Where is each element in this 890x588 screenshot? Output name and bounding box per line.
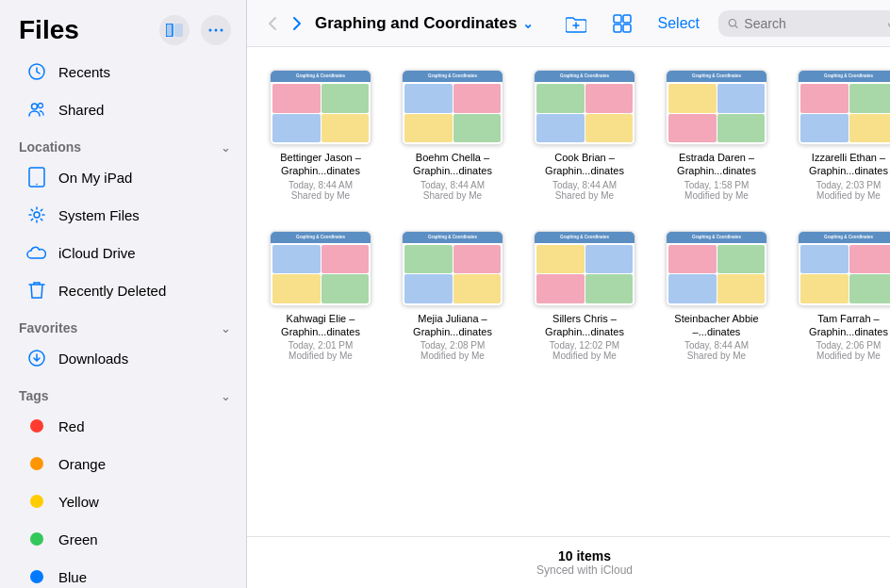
forward-button[interactable] xyxy=(287,12,307,35)
svg-rect-13 xyxy=(614,15,621,23)
sidebar-item-tag-blue[interactable]: Blue xyxy=(8,559,239,588)
file-shared-status: Modified by Me xyxy=(816,351,881,361)
file-item[interactable]: Graphing & Coordinates Bettinger Jason –… xyxy=(262,62,379,208)
file-item[interactable]: Graphing & Coordinates Estrada Daren – G… xyxy=(658,62,775,208)
chevron-left-icon xyxy=(268,16,277,31)
file-item[interactable]: Graphing & Coordinates Tam Farrah – Grap… xyxy=(790,223,890,369)
sidebar-panels-button[interactable] xyxy=(159,15,190,45)
sidebar-item-recents[interactable]: Recents xyxy=(8,54,239,90)
tags-section-title: Tags xyxy=(19,388,49,403)
sidebar-item-icloud-label: iCloud Drive xyxy=(58,245,136,261)
file-shared-status: Modified by Me xyxy=(816,190,881,201)
tag-yellow-label: Yellow xyxy=(58,494,99,510)
select-button[interactable]: Select xyxy=(651,11,707,36)
favorites-section-title: Favorites xyxy=(19,320,77,335)
file-name: Sillers Chris – Graphin...dinates xyxy=(534,312,635,339)
sidebar-item-on-my-ipad[interactable]: On My iPad xyxy=(8,159,239,195)
sidebar-item-system-files-label: System Files xyxy=(58,207,140,223)
tag-green-label: Green xyxy=(58,531,98,547)
sidebar-item-tag-yellow[interactable]: Yellow xyxy=(8,483,239,519)
grid-view-button[interactable] xyxy=(605,10,639,37)
file-date: Today, 12:02 PM xyxy=(550,340,619,351)
file-name: Kahwagi Elie – Graphin...dinates xyxy=(270,312,371,339)
sidebar-item-tag-green[interactable]: Green xyxy=(8,521,239,557)
sidebar-item-downloads[interactable]: Downloads xyxy=(8,340,239,376)
sidebar-item-icloud-drive[interactable]: iCloud Drive xyxy=(8,235,239,270)
file-shared-status: Shared by Me xyxy=(687,351,746,361)
file-date: Today, 8:44 AM xyxy=(552,180,617,190)
sidebar-header-icons xyxy=(159,15,231,45)
file-thumbnail: Graphing & Coordinates xyxy=(270,70,371,145)
file-item[interactable]: Graphing & Coordinates Sillers Chris – G… xyxy=(526,223,643,369)
file-item[interactable]: Graphing & Coordinates Mejia Juliana – G… xyxy=(394,223,511,369)
file-thumbnail: Graphing & Coordinates xyxy=(534,70,635,145)
sidebar-item-shared[interactable]: Shared xyxy=(8,91,239,127)
file-name: Tam Farrah – Graphin...dinates xyxy=(798,312,890,339)
back-button[interactable] xyxy=(262,12,283,35)
sidebar-more-button[interactable] xyxy=(201,15,231,45)
file-thumbnail: Graphing & Coordinates xyxy=(798,231,890,306)
sidebar-item-recents-label: Recents xyxy=(58,64,110,80)
svg-point-8 xyxy=(39,104,43,108)
file-name: Izzarelli Ethan – Graphin...dinates xyxy=(798,151,890,178)
sidebar-header: Files xyxy=(0,0,246,53)
svg-rect-15 xyxy=(614,24,621,32)
svg-point-11 xyxy=(34,212,40,218)
file-thumbnail: Graphing & Coordinates xyxy=(534,231,635,306)
tags-section-header[interactable]: Tags ⌄ xyxy=(0,377,246,407)
svg-rect-1 xyxy=(174,24,183,37)
file-date: Today, 8:44 AM xyxy=(420,180,485,190)
tag-red-label: Red xyxy=(58,418,85,434)
tag-blue-label: Blue xyxy=(58,569,87,585)
sidebar-item-tag-red[interactable]: Red xyxy=(8,408,239,444)
green-tag-dot xyxy=(26,529,47,549)
sidebar-item-system-files[interactable]: System Files xyxy=(8,197,239,233)
chevron-right-icon xyxy=(292,16,302,31)
person2-icon xyxy=(26,99,47,120)
file-shared-status: Shared by Me xyxy=(291,190,350,201)
svg-rect-14 xyxy=(623,15,631,23)
file-name: Mejia Juliana – Graphin...dinates xyxy=(402,312,503,339)
file-shared-status: Shared by Me xyxy=(423,190,482,201)
search-input[interactable] xyxy=(744,16,881,31)
red-tag-dot xyxy=(26,416,47,436)
search-box xyxy=(718,10,890,37)
sidebar-title: Files xyxy=(19,15,79,45)
svg-point-4 xyxy=(215,29,218,32)
file-thumbnail: Graphing & Coordinates xyxy=(798,70,890,145)
favorites-section-header[interactable]: Favorites ⌄ xyxy=(0,309,246,339)
file-thumbnail: Graphing & Coordinates xyxy=(666,231,767,306)
file-name: Bettinger Jason – Graphin...dinates xyxy=(270,151,371,178)
sidebar-item-tag-orange[interactable]: Orange xyxy=(8,446,239,482)
file-shared-status: Modified by Me xyxy=(552,351,617,361)
file-thumbnail: Graphing & Coordinates xyxy=(666,70,767,145)
gear-icon xyxy=(26,204,47,225)
file-item[interactable]: Graphing & Coordinates Steinbacher Abbie… xyxy=(658,223,775,369)
file-item[interactable]: Graphing & Coordinates Izzarelli Ethan –… xyxy=(790,62,890,208)
file-count: 10 items xyxy=(258,548,890,564)
file-item[interactable]: Graphing & Coordinates Kahwagi Elie – Gr… xyxy=(262,223,379,369)
ellipsis-icon xyxy=(207,22,224,39)
file-item[interactable]: Graphing & Coordinates Cook Brian – Grap… xyxy=(526,62,643,208)
file-name: Cook Brian – Graphin...dinates xyxy=(534,151,635,178)
file-date: Today, 1:58 PM xyxy=(684,180,750,190)
sidebar-item-recently-deleted[interactable]: Recently Deleted xyxy=(8,272,239,308)
file-thumbnail: Graphing & Coordinates xyxy=(402,70,503,145)
file-thumbnail: Graphing & Coordinates xyxy=(270,231,371,306)
sidebar-item-shared-label: Shared xyxy=(58,102,104,118)
file-date: Today, 8:44 AM xyxy=(288,180,353,190)
file-name: Boehm Chella – Graphin...dinates xyxy=(402,151,503,178)
locations-section-title: Locations xyxy=(19,139,81,155)
file-date: Today, 2:08 PM xyxy=(420,340,486,351)
file-name: Steinbacher Abbie –...dinates xyxy=(666,312,767,339)
trash-icon xyxy=(26,280,47,301)
blue-tag-dot xyxy=(26,566,47,587)
new-folder-button[interactable] xyxy=(558,10,594,37)
locations-section-header[interactable]: Locations ⌄ xyxy=(0,128,246,158)
svg-point-10 xyxy=(36,184,38,186)
folder-badge-plus-icon xyxy=(566,14,586,33)
file-item[interactable]: Graphing & Coordinates Boehm Chella – Gr… xyxy=(394,62,511,208)
svg-rect-16 xyxy=(623,24,631,32)
svg-point-5 xyxy=(221,29,223,32)
file-date: Today, 8:44 AM xyxy=(684,340,749,351)
